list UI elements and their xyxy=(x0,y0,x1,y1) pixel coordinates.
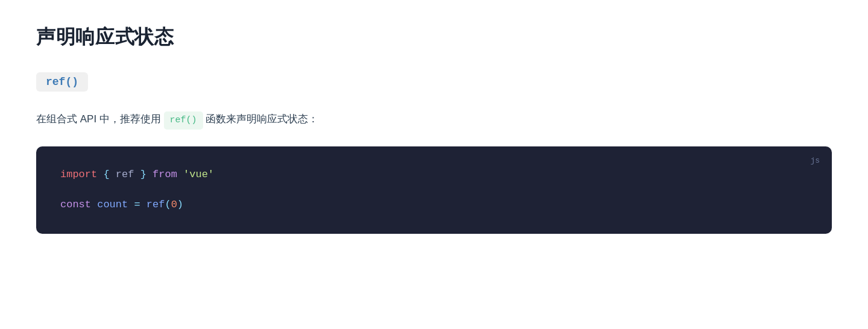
token-space8 xyxy=(140,199,146,210)
token-function-ref: ref xyxy=(146,199,165,210)
token-space1 xyxy=(97,169,103,180)
page-title: 声明响应式状态 xyxy=(36,24,832,51)
token-paren-close: ) xyxy=(177,199,183,210)
token-import: import xyxy=(60,169,97,180)
token-number-0: 0 xyxy=(171,199,177,210)
token-variable-count: count xyxy=(97,199,128,210)
token-space7 xyxy=(128,199,134,210)
token-brace-open: { xyxy=(103,169,109,180)
token-space3 xyxy=(134,169,140,180)
inline-code-ref: ref() xyxy=(164,111,203,130)
code-lang-label: js xyxy=(810,156,820,165)
description-prefix: 在组合式 API 中，推荐使用 xyxy=(36,113,161,125)
code-line-1: import { ref } from 'vue' xyxy=(60,166,808,184)
ref-badge: ref() xyxy=(36,72,88,92)
code-line-2: const count = ref(0) xyxy=(60,196,808,215)
token-equals: = xyxy=(134,199,140,210)
token-string-vue: 'vue' xyxy=(183,169,214,180)
token-const: const xyxy=(60,199,91,210)
token-from: from xyxy=(153,169,177,180)
token-ref-name: ref xyxy=(116,169,134,180)
token-space4 xyxy=(146,169,153,180)
token-brace-close: } xyxy=(140,169,146,180)
token-paren-open: ( xyxy=(165,199,171,210)
code-line-gap xyxy=(60,184,808,196)
description-suffix: 函数来声明响应式状态： xyxy=(206,113,318,125)
token-space6 xyxy=(91,199,97,210)
description-text: 在组合式 API 中，推荐使用 ref() 函数来声明响应式状态： xyxy=(36,111,832,130)
code-block: js import { ref } from 'vue' const count… xyxy=(36,146,832,234)
code-content: import { ref } from 'vue' const count = … xyxy=(60,166,808,215)
token-space2 xyxy=(110,169,116,180)
token-space5 xyxy=(177,169,183,180)
